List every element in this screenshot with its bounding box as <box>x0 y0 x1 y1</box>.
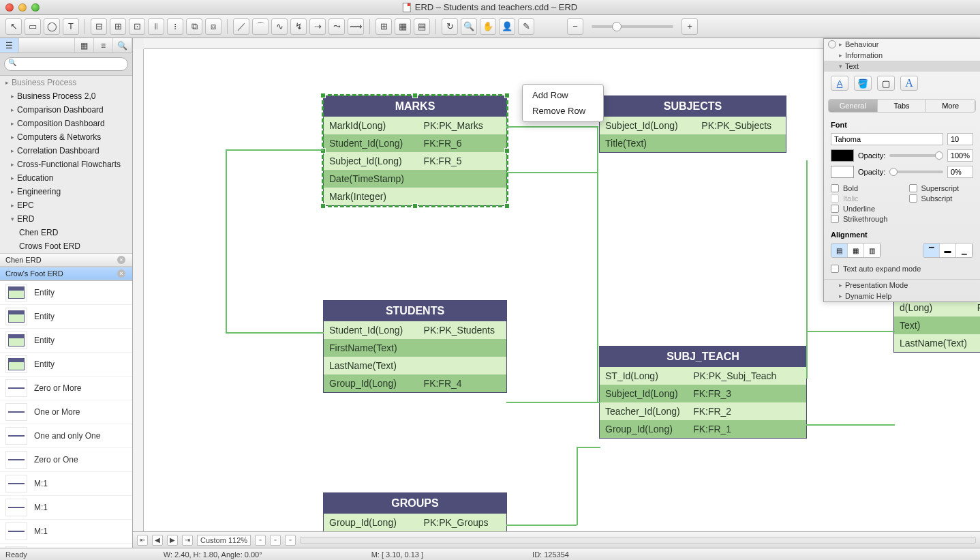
tree-item[interactable]: ▸EPC <box>0 198 132 212</box>
menu-item-remove-row[interactable]: Remove Row <box>523 103 603 119</box>
zoom-level-select[interactable]: Custom 112% <box>197 535 251 546</box>
inspector-section-help[interactable]: ▸Dynamic Help <box>824 291 980 301</box>
align-left-icon[interactable]: ⊟ <box>91 18 107 35</box>
page-icon[interactable]: ▫ <box>255 535 266 546</box>
entity-marks[interactable]: MARKS MarkId(Long)PK:PK_Marks Student_Id… <box>323 95 507 206</box>
resize-handle[interactable] <box>320 93 326 98</box>
tree-item[interactable]: ▸Business Process 2,0 <box>0 89 132 103</box>
resize-handle[interactable] <box>320 203 326 209</box>
entity-subjects[interactable]: SUBJECTS Subject_Id(Long)PK:PK_Subjects … <box>599 95 786 153</box>
menu-item-add-row[interactable]: Add Row <box>523 87 603 103</box>
connector2-icon[interactable]: ⇢ <box>309 18 326 35</box>
tree-item[interactable]: ▸Business Process <box>0 76 132 89</box>
zoom-out-icon[interactable]: − <box>567 18 583 35</box>
page-icon[interactable]: ▫ <box>285 535 296 546</box>
align-center-icon[interactable]: ⊞ <box>110 18 126 35</box>
inspector-section-presentation[interactable]: ▸Presentation Mode <box>824 279 980 291</box>
inspector-section-text[interactable]: ▾Text <box>824 61 980 72</box>
stencil-shape[interactable]: Entity <box>0 281 132 305</box>
inspector-section-information[interactable]: ▸Information <box>824 50 980 61</box>
inspector-tab-general[interactable]: General <box>829 100 878 112</box>
align-right-button[interactable]: ▥ <box>864 244 881 257</box>
stencil-shape[interactable]: M:1 <box>0 472 132 496</box>
close-icon[interactable]: × <box>117 269 125 278</box>
horizontal-scrollbar[interactable] <box>300 537 976 544</box>
distribute-h-icon[interactable]: ⫴ <box>148 18 164 35</box>
font-name-select[interactable]: Tahoma <box>831 133 943 145</box>
entity-students[interactable]: STUDENTS Student_Id(Long)PK:PK_Students … <box>323 300 507 393</box>
tree-item-erd[interactable]: ▾ERD <box>0 212 132 226</box>
zoom-slider[interactable] <box>592 25 673 28</box>
distribute-v-icon[interactable]: ⫶ <box>167 18 183 35</box>
tree-item[interactable]: ▸Comparison Dashboard <box>0 103 132 117</box>
guides-icon[interactable]: ▤ <box>414 18 430 35</box>
resize-handle[interactable] <box>504 203 510 209</box>
resize-handle[interactable] <box>504 148 510 153</box>
tree-item[interactable]: ▸Engineering <box>0 185 132 198</box>
stencil-shape[interactable]: One or More <box>0 400 132 424</box>
entity-groups[interactable]: GROUPS Group_Id(Long)PK:PK_Groups Name(T… <box>323 492 507 531</box>
stencil-shape[interactable]: Entity <box>0 305 132 329</box>
snap-icon[interactable]: ⊞ <box>376 18 392 35</box>
library-tab-tree-icon[interactable]: ☰ <box>0 38 19 53</box>
stencil-shape[interactable]: Zero or More <box>0 377 132 400</box>
text-font-icon[interactable]: A <box>900 76 918 91</box>
stencil-shape[interactable]: M:1 <box>0 520 132 544</box>
zoom-in-icon[interactable]: + <box>682 18 698 35</box>
align-bottom-button[interactable]: ▁ <box>956 244 973 257</box>
tree-item[interactable]: ▸Education <box>0 171 132 185</box>
grid-icon[interactable]: ▦ <box>395 18 411 35</box>
align-top-button[interactable]: ▔ <box>923 244 940 257</box>
opacity-slider[interactable] <box>889 171 943 173</box>
curve-tool-icon[interactable]: ∿ <box>271 18 288 35</box>
stencil-header-chen[interactable]: Chen ERD× <box>0 253 132 267</box>
page-first-icon[interactable]: ⇤ <box>137 535 148 546</box>
stencil-shape[interactable]: M:1 <box>0 496 132 520</box>
superscript-checkbox[interactable]: Superscript <box>909 184 974 192</box>
resize-handle[interactable] <box>412 93 418 98</box>
zoom-window-icon[interactable] <box>31 3 40 12</box>
close-window-icon[interactable] <box>5 3 14 12</box>
connector-tool-icon[interactable]: ↯ <box>290 18 307 35</box>
ellipse-tool-icon[interactable]: ◯ <box>44 18 60 35</box>
edit-icon[interactable]: ✎ <box>518 18 534 35</box>
font-size-select[interactable]: 10 <box>947 133 973 145</box>
text-shadow-icon[interactable]: ▢ <box>877 76 895 91</box>
page-prev-icon[interactable]: ◀ <box>152 535 163 546</box>
auto-expand-checkbox[interactable]: Text auto expand mode <box>831 265 973 273</box>
library-search-input[interactable] <box>4 57 128 71</box>
tree-item[interactable]: ▸Computers & Networks <box>0 130 132 144</box>
group-icon[interactable]: ⧉ <box>186 18 202 35</box>
text-tool-icon[interactable]: T <box>63 18 79 35</box>
resize-handle[interactable] <box>412 203 418 209</box>
opacity-slider[interactable] <box>889 154 943 157</box>
page-icon[interactable]: ▫ <box>270 535 281 546</box>
library-tab-search-icon[interactable]: 🔍 <box>113 38 132 53</box>
pointer-tool-icon[interactable]: ↖ <box>5 18 22 35</box>
connector4-icon[interactable]: ⟿ <box>348 18 364 35</box>
hand-tool-icon[interactable]: ✋ <box>480 18 496 35</box>
zoom-tool-icon[interactable]: 🔍 <box>461 18 477 35</box>
stencil-header-crowsfoot[interactable]: Crow's Foot ERD× <box>0 267 132 280</box>
stencil-shape[interactable]: Zero or One <box>0 448 132 472</box>
line-tool-icon[interactable]: ／ <box>233 18 249 35</box>
library-tab-grid-icon[interactable]: ▦ <box>75 38 94 53</box>
align-middle-button[interactable]: ▬ <box>940 244 956 257</box>
stencil-shape[interactable]: Entity <box>0 353 132 377</box>
tree-item[interactable]: ▸Cross-Functional Flowcharts <box>0 158 132 171</box>
tree-item[interactable]: ▸Correlation Dashboard <box>0 144 132 158</box>
rectangle-tool-icon[interactable]: ▭ <box>25 18 41 35</box>
close-icon[interactable]: × <box>117 256 125 264</box>
inspector-section-behaviour[interactable]: ▸Behaviour <box>824 39 980 50</box>
stencil-shape[interactable]: One and only One <box>0 424 132 448</box>
bold-checkbox[interactable]: Bold <box>831 184 895 192</box>
connector3-icon[interactable]: ⤳ <box>328 18 345 35</box>
inspector-tab-tabs[interactable]: Tabs <box>878 100 927 112</box>
strike-checkbox[interactable]: Strikethrough <box>831 215 895 223</box>
opacity-value[interactable]: 100% <box>947 149 973 162</box>
bg-color-swatch[interactable] <box>831 166 854 178</box>
arc-tool-icon[interactable]: ⌒ <box>252 18 269 35</box>
tree-item-crowsfoot[interactable]: Crows Foot ERD <box>0 239 132 253</box>
ungroup-icon[interactable]: ⧈ <box>205 18 221 35</box>
page-last-icon[interactable]: ⇥ <box>182 535 193 546</box>
